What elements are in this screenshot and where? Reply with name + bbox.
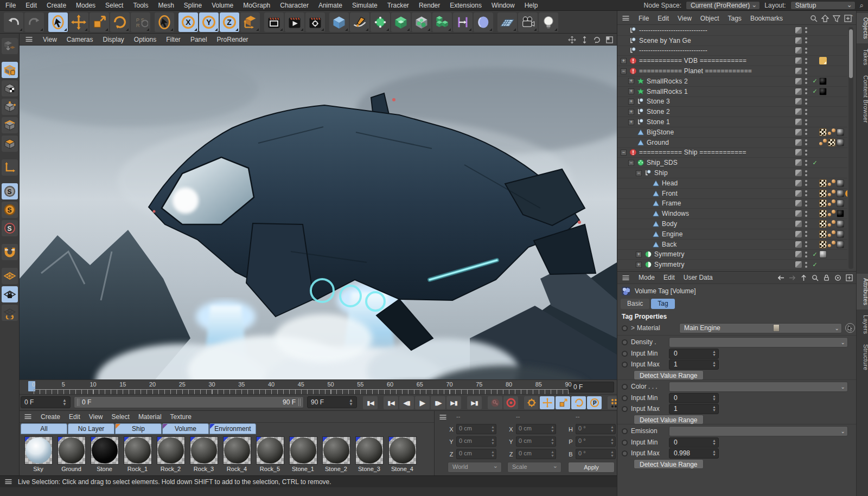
viewport-menu-cameras[interactable]: Cameras (67, 36, 93, 43)
panel-tab-takes[interactable]: Takes (857, 44, 868, 70)
record-key-button[interactable] (488, 396, 502, 409)
apply-button[interactable]: Apply (568, 462, 615, 473)
prev-frame-button[interactable]: ◀▮ (399, 396, 414, 409)
layer-toggle-icon[interactable] (795, 261, 802, 268)
menu-select[interactable]: Select (105, 2, 123, 9)
coordinates-menu-icon[interactable] (440, 415, 446, 420)
visibility-dots-icon[interactable] (803, 48, 809, 54)
key-rotation-button[interactable] (571, 396, 586, 409)
viewport-menu-prorender[interactable]: ProRender (217, 36, 248, 43)
object-row-smallrocks-1[interactable]: +SmallRocks 1✓ (617, 87, 847, 97)
render-settings-button[interactable] (305, 12, 325, 32)
current-frame-field[interactable]: 0 F (569, 382, 614, 392)
object-row-engine[interactable]: Engine (617, 229, 847, 240)
checker-tag-icon[interactable] (819, 220, 827, 228)
layout-select[interactable]: Startup (790, 1, 856, 10)
menu-animate[interactable]: Animate (318, 2, 342, 9)
object-row-ship[interactable]: −Ship (617, 168, 847, 178)
layer-toggle-icon[interactable] (795, 190, 802, 197)
attr-tab-tag[interactable]: Tag (651, 299, 674, 309)
attr-menu-mode[interactable]: Mode (639, 274, 655, 281)
axis-z-button[interactable]: Z (220, 12, 239, 32)
visibility-dots-icon[interactable] (803, 58, 809, 64)
material-thumb-rock_4[interactable] (223, 436, 251, 465)
layer-toggle-icon[interactable] (795, 231, 802, 237)
history-back-icon[interactable] (777, 274, 784, 281)
menu-file[interactable]: File (5, 2, 16, 9)
dots-tag-icon[interactable] (828, 210, 835, 217)
object-manager-menu-icon[interactable] (623, 16, 629, 21)
dots-tag-icon[interactable] (828, 179, 835, 187)
object-tree-scrollbar[interactable] (848, 27, 853, 269)
anim-dot[interactable] (622, 384, 628, 390)
keyframe-settings-button[interactable] (524, 396, 539, 409)
expand-icon[interactable]: + (636, 262, 642, 268)
coord-field[interactable]: 0 °▲▼ (576, 436, 616, 447)
object-row--ship-[interactable]: −=========== Ship ============ (617, 148, 847, 158)
panel-tab-objects[interactable]: Objects (857, 13, 868, 43)
menu-mesh[interactable]: Mesh (158, 2, 174, 9)
input-max-field[interactable]: 1▲▼ (669, 404, 719, 414)
object-row-stone-3[interactable]: +Stone 3 (617, 97, 847, 107)
sphere-black-tag-icon[interactable] (819, 78, 827, 85)
node-space-select[interactable]: Current (ProRender) (686, 1, 760, 10)
anim-dot[interactable] (622, 440, 628, 446)
sphere-tag-icon[interactable] (837, 139, 844, 146)
om-search-icon[interactable] (810, 15, 818, 22)
dolly-view-icon[interactable] (580, 36, 589, 44)
menu-spline[interactable]: Spline (184, 2, 202, 9)
attr-tab-basic[interactable]: Basic (621, 299, 649, 309)
om-menu-view[interactable]: View (678, 15, 692, 22)
material-menu-material[interactable]: Material (138, 413, 162, 421)
layer-tab-all[interactable]: All (21, 423, 67, 434)
layer-toggle-icon[interactable] (795, 68, 802, 74)
object-row--[interactable]: ------------------------------ (617, 46, 847, 56)
menu-help[interactable]: Help (525, 2, 538, 9)
visibility-dots-icon[interactable] (803, 150, 809, 156)
sphere-tag-icon[interactable] (837, 179, 844, 187)
channel-select[interactable]: ⌄ (669, 426, 848, 436)
attr-menu-edit[interactable]: Edit (663, 274, 675, 281)
camera-button[interactable] (518, 12, 538, 32)
material-item[interactable]: Stone_4 (386, 436, 419, 472)
object-row-ground[interactable]: Ground (617, 138, 847, 148)
magnet-snap-button[interactable] (2, 244, 18, 260)
coord-field[interactable]: 0 °▲▼ (576, 449, 616, 459)
axis-x-button[interactable]: X (178, 12, 198, 32)
layer-toggle-icon[interactable] (795, 98, 802, 105)
timeline-ruler[interactable]: 0 F 051015202530354045505560657075808590 (20, 379, 617, 394)
visibility-dots-icon[interactable] (803, 170, 809, 176)
input-min-field[interactable]: 0▲▼ (669, 393, 719, 403)
goto-end-button[interactable]: ▶▮ (467, 396, 482, 409)
snap-enable-button[interactable]: S (2, 183, 18, 199)
menu-tracker[interactable]: Tracker (387, 2, 409, 9)
object-row-smallrocks-2[interactable]: +SmallRocks 2✓ (617, 76, 847, 87)
layer-toggle-icon[interactable] (795, 221, 802, 227)
parent-up-icon[interactable] (800, 274, 807, 281)
om-menu-object[interactable]: Object (700, 15, 719, 22)
sphere-tag-icon[interactable] (837, 230, 844, 238)
layer-toggle-icon[interactable] (795, 88, 802, 95)
attr-search-icon[interactable] (812, 274, 819, 281)
checker-tag-icon[interactable] (819, 128, 827, 136)
visibility-dots-icon[interactable] (803, 211, 809, 217)
collapse-icon[interactable]: − (621, 68, 627, 74)
layer-toggle-icon[interactable] (795, 149, 802, 156)
visibility-dots-icon[interactable] (803, 78, 809, 84)
redo-button[interactable] (24, 12, 44, 32)
next-frame-button[interactable]: ▮▶ (431, 396, 445, 409)
enabled-check-icon[interactable]: ✓ (810, 88, 819, 95)
primitive-cube-button[interactable] (329, 12, 349, 32)
floor-button[interactable] (497, 12, 517, 32)
channel-select[interactable]: ⌄ (669, 382, 848, 392)
input-min-field[interactable]: 0▲▼ (669, 437, 719, 448)
material-item[interactable]: Stone_3 (353, 436, 386, 472)
coord-mode-select[interactable]: Scale (507, 462, 561, 473)
enabled-check-icon[interactable]: ✓ (810, 261, 819, 268)
om-menu-bookmarks[interactable]: Bookmarks (750, 15, 783, 22)
visibility-dots-icon[interactable] (803, 129, 809, 135)
expand-icon[interactable]: + (628, 99, 634, 105)
next-key-button[interactable]: ▶▮ (446, 396, 461, 409)
visibility-dots-icon[interactable] (803, 139, 809, 145)
layer-toggle-icon[interactable] (795, 108, 802, 115)
